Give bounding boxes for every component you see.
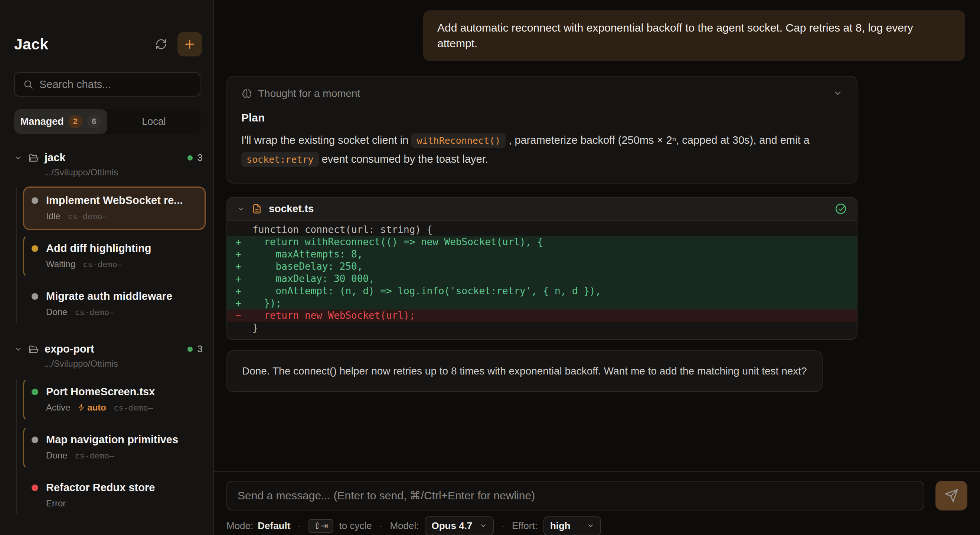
tab-local[interactable]: Local xyxy=(107,109,200,134)
cycle-hint: to cycle xyxy=(339,520,372,532)
brain-icon xyxy=(241,88,253,99)
chevron-down-icon xyxy=(587,522,594,529)
item-status-dot xyxy=(32,245,38,252)
diff-code: return withReconnect(() => new WebSocket… xyxy=(253,236,543,248)
diff-code: function connect(url: string) { xyxy=(253,224,433,236)
search-input[interactable] xyxy=(39,78,191,91)
refresh-icon xyxy=(155,38,167,50)
model-select[interactable]: Opus 4.7 xyxy=(425,516,494,535)
diff-sign: + xyxy=(235,285,253,297)
inline-code: socket:retry xyxy=(241,152,319,167)
chat-group: expo-port3.../Sviluppo/OttimisPort HomeS… xyxy=(14,343,206,517)
diff-body: function connect(url: string) {+ return … xyxy=(227,221,857,339)
tab-managed-label: Managed xyxy=(21,116,64,128)
thought-block: Thought for a moment Plan I'll wrap the … xyxy=(226,76,858,184)
diff-row: } xyxy=(227,322,857,334)
item-status-dot xyxy=(32,436,38,443)
separator: · xyxy=(296,520,302,532)
item-title: Refactor Redux store xyxy=(46,481,155,494)
chat-item[interactable]: Implement WebSocket re...Idlecs-demo– xyxy=(23,187,206,230)
effort-select[interactable]: high xyxy=(544,516,601,535)
new-chat-button[interactable] xyxy=(177,32,202,56)
chat-groups: jack3.../Sviluppo/OttimisImplement WebSo… xyxy=(0,152,213,535)
item-title-row: Migrate auth middleware xyxy=(32,290,197,302)
refresh-button[interactable] xyxy=(151,34,172,54)
composer: Mode: Default · ⇧⇥ to cycle · Model: Opu… xyxy=(214,471,980,535)
group-count-value: 3 xyxy=(197,343,203,355)
tab-managed[interactable]: Managed 2 6 xyxy=(14,109,107,134)
item-title-row: Implement WebSocket re... xyxy=(32,194,197,206)
plan-text-part: I'll wrap the existing socket client in xyxy=(241,134,411,146)
plus-icon xyxy=(183,38,196,51)
group-path: .../Sviluppo/Ottimis xyxy=(44,359,206,369)
shortcut-kbd: ⇧⇥ xyxy=(309,519,333,533)
auto-badge-label: auto xyxy=(87,402,106,413)
diff-code: }); xyxy=(253,297,282,310)
group-header[interactable]: expo-port3 xyxy=(14,343,206,355)
diff-sign: − xyxy=(235,310,253,322)
effort-value: high xyxy=(550,520,571,532)
item-meta: Idlecs-demo– xyxy=(46,211,197,222)
diff-row: + }); xyxy=(227,297,857,310)
send-button[interactable] xyxy=(935,481,967,511)
assistant-message: Done. The connect() helper now retries u… xyxy=(226,350,822,392)
chat-item[interactable]: Migrate auth middlewareDonecs-demo– xyxy=(23,283,206,326)
item-title: Add diff highlighting xyxy=(46,242,151,254)
item-branch: cs-demo– xyxy=(68,212,107,221)
group-header[interactable]: jack3 xyxy=(14,152,206,164)
item-status-dot xyxy=(32,484,38,491)
diff-sign: + xyxy=(235,260,253,273)
thought-toggle[interactable]: Thought for a moment xyxy=(241,88,360,99)
item-status: Idle xyxy=(46,211,60,222)
scope-tabs: Managed 2 6 Local xyxy=(14,109,200,134)
diff-code: onAttempt: (n, d) => log.info('socket:re… xyxy=(253,285,601,297)
diff-code: return new WebSocket(url); xyxy=(253,310,415,322)
diff-row: + return withReconnect(() => new WebSock… xyxy=(227,236,857,248)
item-status-dot xyxy=(32,197,38,204)
chat-item[interactable]: Port HomeScreen.tsxActiveautocs-demo– xyxy=(23,378,206,421)
item-status: Done xyxy=(46,450,67,461)
mode-value: Default xyxy=(258,520,290,532)
item-title-row: Port HomeScreen.tsx xyxy=(32,386,197,398)
diff-sign xyxy=(235,224,253,236)
chat-panel: Add automatic reconnect with exponential… xyxy=(214,0,980,535)
item-title-row: Map navigation primitives xyxy=(32,434,197,446)
chat-item[interactable]: Map navigation primitivesDonecs-demo– xyxy=(23,426,206,469)
diff-card: socket.ts function connect(url: string) … xyxy=(226,197,858,340)
search-icon xyxy=(23,79,33,89)
diff-filename: socket.ts xyxy=(269,203,314,215)
plan-title: Plan xyxy=(241,112,819,124)
chevron-down-icon xyxy=(480,522,487,529)
diff-sign: + xyxy=(235,236,253,248)
diff-sign: + xyxy=(235,248,253,260)
item-branch: cs-demo– xyxy=(75,451,114,460)
auto-badge: auto xyxy=(78,402,106,413)
group-items: Implement WebSocket re...Idlecs-demo–Add… xyxy=(14,187,206,326)
diff-card-header[interactable]: socket.ts xyxy=(227,198,857,221)
group-count-value: 3 xyxy=(197,152,203,163)
item-status: Done xyxy=(46,307,67,317)
diff-code: maxAttempts: 8, xyxy=(253,248,363,260)
composer-row xyxy=(226,481,967,511)
chat-item[interactable]: Refactor Redux storeError xyxy=(23,474,206,517)
item-meta: Donecs-demo– xyxy=(46,450,197,461)
diff-row: + onAttempt: (n, d) => log.info('socket:… xyxy=(227,285,857,297)
message-input[interactable] xyxy=(226,481,924,511)
item-title: Port HomeScreen.tsx xyxy=(46,386,155,398)
file-icon xyxy=(251,203,262,214)
chat-item[interactable]: Add diff highlightingWaitingcs-demo– xyxy=(23,235,206,278)
folder-icon xyxy=(28,152,39,163)
item-meta: Waitingcs-demo– xyxy=(46,259,197,269)
diff-code: baseDelay: 250, xyxy=(253,260,363,273)
diff-row: function connect(url: string) { xyxy=(227,224,857,236)
item-title-row: Refactor Redux store xyxy=(32,481,197,494)
diff-code: maxDelay: 30_000, xyxy=(253,273,375,285)
chevron-down-icon xyxy=(14,154,22,162)
chevron-down-icon[interactable] xyxy=(833,88,843,98)
diff-row: + maxDelay: 30_000, xyxy=(227,273,857,285)
item-branch: cs-demo– xyxy=(83,260,122,269)
chevron-down-icon xyxy=(237,205,245,213)
item-meta: Donecs-demo– xyxy=(46,307,197,317)
separator: · xyxy=(500,520,506,532)
chevron-down-icon xyxy=(14,345,22,353)
